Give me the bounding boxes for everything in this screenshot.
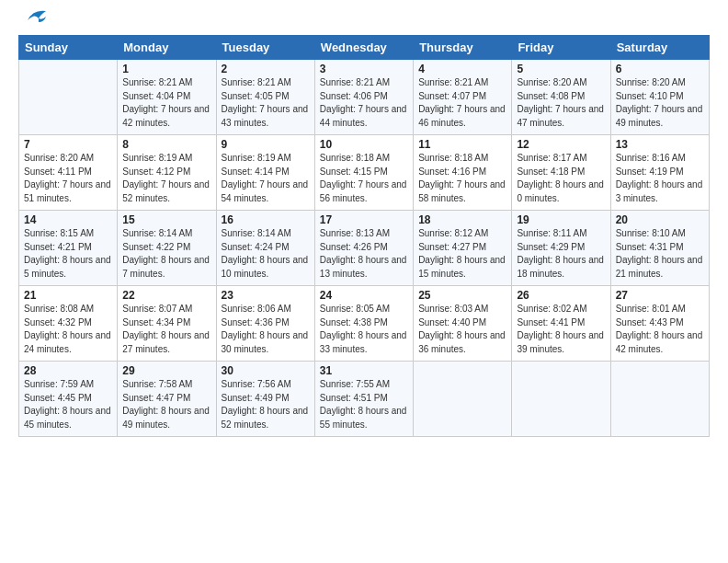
day-info: Sunrise: 8:02 AMSunset: 4:41 PMDaylight:… <box>517 303 605 356</box>
day-number: 29 <box>122 364 210 377</box>
day-number: 28 <box>24 364 112 377</box>
day-info: Sunrise: 8:20 AMSunset: 4:11 PMDaylight:… <box>24 152 112 205</box>
week-row-1: 7Sunrise: 8:20 AMSunset: 4:11 PMDaylight… <box>19 135 710 211</box>
calendar-cell: 21Sunrise: 8:08 AMSunset: 4:32 PMDayligh… <box>19 286 118 362</box>
day-info: Sunrise: 8:17 AMSunset: 4:18 PMDaylight:… <box>517 152 605 205</box>
calendar-cell: 24Sunrise: 8:05 AMSunset: 4:38 PMDayligh… <box>314 286 413 362</box>
day-number: 4 <box>418 63 506 75</box>
calendar-cell: 29Sunrise: 7:58 AMSunset: 4:47 PMDayligh… <box>118 362 216 437</box>
day-info: Sunrise: 7:56 AMSunset: 4:49 PMDaylight:… <box>222 378 310 431</box>
day-info: Sunrise: 8:14 AMSunset: 4:24 PMDaylight:… <box>222 227 310 281</box>
day-info: Sunrise: 8:21 AMSunset: 4:07 PMDaylight:… <box>418 76 506 130</box>
week-row-2: 14Sunrise: 8:15 AMSunset: 4:21 PMDayligh… <box>19 211 710 286</box>
page: SundayMondayTuesdayWednesdayThursdayFrid… <box>0 0 728 446</box>
day-number: 14 <box>24 213 112 226</box>
day-number: 3 <box>320 63 408 75</box>
week-row-4: 28Sunrise: 7:59 AMSunset: 4:45 PMDayligh… <box>19 362 710 437</box>
calendar-cell: 10Sunrise: 8:18 AMSunset: 4:15 PMDayligh… <box>314 135 413 211</box>
day-info: Sunrise: 8:13 AMSunset: 4:26 PMDaylight:… <box>320 227 408 281</box>
day-number: 8 <box>122 138 210 151</box>
calendar-cell: 5Sunrise: 8:20 AMSunset: 4:08 PMDaylight… <box>512 60 610 135</box>
day-info: Sunrise: 8:15 AMSunset: 4:21 PMDaylight:… <box>24 227 112 281</box>
day-number: 23 <box>222 289 310 302</box>
week-row-3: 21Sunrise: 8:08 AMSunset: 4:32 PMDayligh… <box>19 286 710 362</box>
calendar-cell: 8Sunrise: 8:19 AMSunset: 4:12 PMDaylight… <box>118 135 216 211</box>
day-info: Sunrise: 8:21 AMSunset: 4:05 PMDaylight:… <box>222 76 310 130</box>
day-info: Sunrise: 8:18 AMSunset: 4:15 PMDaylight:… <box>320 152 408 205</box>
day-info: Sunrise: 8:10 AMSunset: 4:31 PMDaylight:… <box>616 227 704 281</box>
day-number: 30 <box>222 364 310 377</box>
day-number: 22 <box>122 289 210 302</box>
day-info: Sunrise: 8:18 AMSunset: 4:16 PMDaylight:… <box>418 152 506 205</box>
day-number: 1 <box>122 63 210 75</box>
day-info: Sunrise: 8:14 AMSunset: 4:22 PMDaylight:… <box>122 227 210 281</box>
day-info: Sunrise: 8:06 AMSunset: 4:36 PMDaylight:… <box>222 303 310 356</box>
calendar-cell <box>512 362 610 437</box>
calendar-cell <box>414 362 512 437</box>
weekday-header-saturday: Saturday <box>610 36 709 60</box>
calendar-cell: 23Sunrise: 8:06 AMSunset: 4:36 PMDayligh… <box>216 286 314 362</box>
week-row-0: 1Sunrise: 8:21 AMSunset: 4:04 PMDaylight… <box>19 60 710 135</box>
day-number: 9 <box>222 138 310 151</box>
day-number: 18 <box>418 213 506 226</box>
calendar-cell: 15Sunrise: 8:14 AMSunset: 4:22 PMDayligh… <box>118 211 216 286</box>
calendar-cell: 30Sunrise: 7:56 AMSunset: 4:49 PMDayligh… <box>216 362 314 437</box>
calendar-cell: 12Sunrise: 8:17 AMSunset: 4:18 PMDayligh… <box>512 135 610 211</box>
day-number: 26 <box>517 289 605 302</box>
day-number: 16 <box>222 213 310 226</box>
calendar-cell: 22Sunrise: 8:07 AMSunset: 4:34 PMDayligh… <box>118 286 216 362</box>
calendar-cell: 2Sunrise: 8:21 AMSunset: 4:05 PMDaylight… <box>216 60 314 135</box>
day-info: Sunrise: 8:08 AMSunset: 4:32 PMDaylight:… <box>24 303 112 356</box>
calendar-cell: 25Sunrise: 8:03 AMSunset: 4:40 PMDayligh… <box>414 286 512 362</box>
day-number: 24 <box>320 289 408 302</box>
day-number: 5 <box>517 63 605 75</box>
day-number: 20 <box>616 213 704 226</box>
day-info: Sunrise: 7:58 AMSunset: 4:47 PMDaylight:… <box>122 378 210 431</box>
day-number: 13 <box>616 138 704 151</box>
calendar-cell <box>610 362 709 437</box>
weekday-header-row: SundayMondayTuesdayWednesdayThursdayFrid… <box>19 36 710 60</box>
day-info: Sunrise: 8:07 AMSunset: 4:34 PMDaylight:… <box>122 303 210 356</box>
day-info: Sunrise: 8:20 AMSunset: 4:10 PMDaylight:… <box>616 76 704 130</box>
calendar-cell: 14Sunrise: 8:15 AMSunset: 4:21 PMDayligh… <box>19 211 118 286</box>
header <box>18 15 710 28</box>
day-number: 21 <box>24 289 112 302</box>
calendar-cell: 20Sunrise: 8:10 AMSunset: 4:31 PMDayligh… <box>610 211 709 286</box>
day-info: Sunrise: 8:16 AMSunset: 4:19 PMDaylight:… <box>616 152 704 205</box>
day-number: 7 <box>24 138 112 151</box>
day-number: 10 <box>320 138 408 151</box>
weekday-header-sunday: Sunday <box>19 36 118 60</box>
calendar-cell: 7Sunrise: 8:20 AMSunset: 4:11 PMDaylight… <box>19 135 118 211</box>
day-number: 19 <box>517 213 605 226</box>
calendar-cell: 18Sunrise: 8:12 AMSunset: 4:27 PMDayligh… <box>414 211 512 286</box>
day-info: Sunrise: 8:03 AMSunset: 4:40 PMDaylight:… <box>418 303 506 356</box>
calendar-cell: 13Sunrise: 8:16 AMSunset: 4:19 PMDayligh… <box>610 135 709 211</box>
day-info: Sunrise: 8:12 AMSunset: 4:27 PMDaylight:… <box>418 227 506 281</box>
day-info: Sunrise: 8:19 AMSunset: 4:14 PMDaylight:… <box>222 152 310 205</box>
calendar-cell: 17Sunrise: 8:13 AMSunset: 4:26 PMDayligh… <box>314 211 413 286</box>
day-info: Sunrise: 7:55 AMSunset: 4:51 PMDaylight:… <box>320 378 408 431</box>
day-info: Sunrise: 8:21 AMSunset: 4:06 PMDaylight:… <box>320 76 408 130</box>
day-info: Sunrise: 8:05 AMSunset: 4:38 PMDaylight:… <box>320 303 408 356</box>
weekday-header-monday: Monday <box>118 36 216 60</box>
day-number: 15 <box>122 213 210 226</box>
calendar-cell: 16Sunrise: 8:14 AMSunset: 4:24 PMDayligh… <box>216 211 314 286</box>
day-number: 27 <box>616 289 704 302</box>
day-info: Sunrise: 7:59 AMSunset: 4:45 PMDaylight:… <box>24 378 112 431</box>
day-info: Sunrise: 8:11 AMSunset: 4:29 PMDaylight:… <box>517 227 605 281</box>
calendar-cell: 28Sunrise: 7:59 AMSunset: 4:45 PMDayligh… <box>19 362 118 437</box>
day-number: 6 <box>616 63 704 75</box>
weekday-header-tuesday: Tuesday <box>216 36 314 60</box>
calendar-cell: 1Sunrise: 8:21 AMSunset: 4:04 PMDaylight… <box>118 60 216 135</box>
day-number: 17 <box>320 213 408 226</box>
calendar-cell: 26Sunrise: 8:02 AMSunset: 4:41 PMDayligh… <box>512 286 610 362</box>
day-info: Sunrise: 8:20 AMSunset: 4:08 PMDaylight:… <box>517 76 605 130</box>
calendar-table: SundayMondayTuesdayWednesdayThursdayFrid… <box>18 35 710 437</box>
calendar-cell: 6Sunrise: 8:20 AMSunset: 4:10 PMDaylight… <box>610 60 709 135</box>
calendar-cell: 9Sunrise: 8:19 AMSunset: 4:14 PMDaylight… <box>216 135 314 211</box>
day-info: Sunrise: 8:19 AMSunset: 4:12 PMDaylight:… <box>122 152 210 205</box>
weekday-header-friday: Friday <box>512 36 610 60</box>
calendar-cell <box>19 60 118 135</box>
calendar-cell: 31Sunrise: 7:55 AMSunset: 4:51 PMDayligh… <box>314 362 413 437</box>
day-number: 11 <box>418 138 506 151</box>
